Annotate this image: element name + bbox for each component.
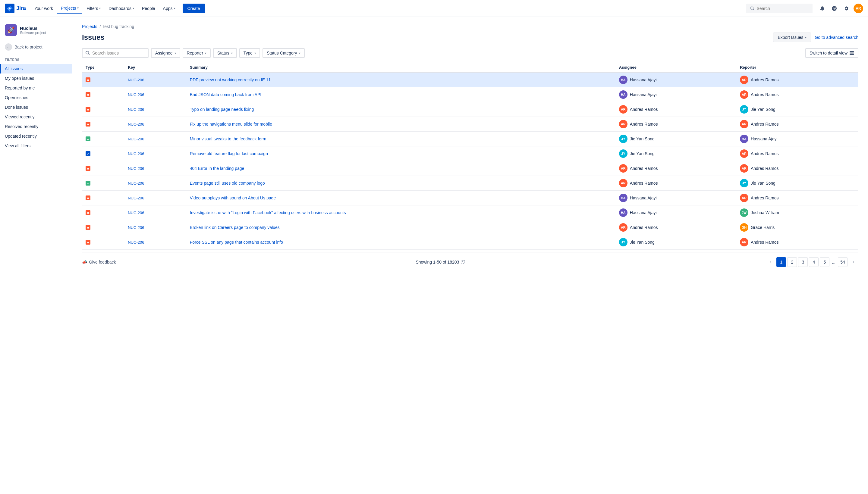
cell-summary[interactable]: PDF preview not working correctly on IE … [186,72,615,87]
cell-summary[interactable]: Broken link on Careers page to company v… [186,220,615,235]
cell-key[interactable]: NUC-206 [124,191,186,205]
cell-summary[interactable]: Minor visual tweaks to the feedback form [186,132,615,146]
assignee-name: Jie Yan Song [630,240,654,245]
notifications-button[interactable] [817,4,827,13]
cell-key[interactable]: NUC-206 [124,72,186,87]
sidebar-item-open-issues[interactable]: Open issues [0,93,72,102]
nav-icons: AR [817,4,863,13]
export-issues-button[interactable]: Export Issues ▾ [773,33,811,42]
table-row[interactable]: ■ NUC-206 404 Error in the landing page … [82,161,858,176]
search-input[interactable] [757,6,809,11]
global-search[interactable] [746,4,813,13]
table-row[interactable]: ▲ NUC-206 Events page still uses old com… [82,176,858,191]
cell-key[interactable]: NUC-206 [124,117,186,132]
cell-summary[interactable]: Remove old feature flag for last campaig… [186,146,615,161]
cell-summary[interactable]: Investigate issue with "Login with Faceb… [186,205,615,220]
search-issues-input[interactable] [92,51,145,55]
status-category-filter[interactable]: Status Category ▾ [262,48,304,58]
page-5-button[interactable]: 5 [820,257,829,267]
table-row[interactable]: ■ NUC-206 Investigate issue with "Login … [82,205,858,220]
filters-row: Assignee ▾ Reporter ▾ Status ▾ Type ▾ St… [82,48,858,58]
page-last-button[interactable]: 54 [838,257,848,267]
nav-your-work[interactable]: Your work [31,4,57,13]
table-row[interactable]: ■ NUC-206 Fix up the navigations menu sl… [82,117,858,132]
table-row[interactable]: ■ NUC-206 Typo on landing page needs fix… [82,102,858,117]
search-issues-box[interactable] [82,48,149,58]
nav-apps[interactable]: Apps ▾ [160,4,179,13]
cell-key[interactable]: NUC-206 [124,102,186,117]
cell-reporter: GH Grace Harris [736,220,858,235]
table-row[interactable]: ■ NUC-206 PDF preview not working correc… [82,72,858,87]
cell-summary[interactable]: Bad JSON data coming back from API [186,87,615,102]
detail-view-button[interactable]: Switch to detail view [805,48,858,58]
page-1-button[interactable]: 1 [776,257,786,267]
nav-dashboards[interactable]: Dashboards ▾ [105,4,138,13]
nav-people[interactable]: People [138,4,159,13]
cell-key[interactable]: NUC-206 [124,235,186,250]
table-row[interactable]: ▲ NUC-206 Minor visual tweaks to the fee… [82,132,858,146]
cell-assignee: HA Hassana Ajayi [615,205,736,220]
cell-key[interactable]: NUC-206 [124,220,186,235]
user-avatar[interactable]: AR [853,4,863,13]
project-name: Nucleus [20,25,46,31]
cell-type: ■ [82,87,124,102]
col-reporter: Reporter [736,63,858,72]
logo[interactable]: Jira [5,4,26,13]
status-filter[interactable]: Status ▾ [213,48,237,58]
back-to-project[interactable]: ← Back to project [0,41,72,53]
settings-button[interactable] [842,4,851,13]
breadcrumb-projects[interactable]: Projects [82,24,97,29]
cell-key[interactable]: NUC-206 [124,132,186,146]
table-row[interactable]: ■ NUC-206 Video autoplays with sound on … [82,191,858,205]
cell-summary[interactable]: Typo on landing page needs fixing [186,102,615,117]
assignee-filter-label: Assignee [155,51,173,55]
sidebar-item-all-issues[interactable]: All issues [0,64,72,74]
cell-summary[interactable]: 404 Error in the landing page [186,161,615,176]
nav-projects[interactable]: Projects ▾ [57,3,82,14]
cell-summary[interactable]: Video autoplays with sound on About Us p… [186,191,615,205]
advanced-search-link[interactable]: Go to advanced search [815,35,858,40]
help-button[interactable] [829,4,839,13]
sidebar-item-reported-by-me[interactable]: Reported by me [0,83,72,93]
cell-summary[interactable]: Force SSL on any page that contains acco… [186,235,615,250]
table-row[interactable]: ■ NUC-206 Bad JSON data coming back from… [82,87,858,102]
page-2-button[interactable]: 2 [787,257,797,267]
breadcrumb-separator: / [100,24,101,29]
give-feedback-button[interactable]: 📣 Give feedback [82,260,116,264]
cell-summary[interactable]: Events page still uses old company logo [186,176,615,191]
assignee-avatar: AR [619,179,627,187]
sidebar-item-resolved-recently[interactable]: Resolved recently [0,122,72,131]
table-row[interactable]: ■ NUC-206 Force SSL on any page that con… [82,235,858,250]
col-key: Key [124,63,186,72]
cell-key[interactable]: NUC-206 [124,87,186,102]
prev-page-button[interactable]: ‹ [765,257,775,267]
next-page-button[interactable]: › [849,257,858,267]
col-assignee: Assignee [615,63,736,72]
reporter-filter[interactable]: Reporter ▾ [183,48,211,58]
cell-type: ■ [82,117,124,132]
cell-key[interactable]: NUC-206 [124,146,186,161]
sidebar-item-done-issues[interactable]: Done issues [0,102,72,112]
nav-filters[interactable]: Filters ▾ [83,4,104,13]
cell-summary[interactable]: Fix up the navigations menu slide for mo… [186,117,615,132]
cell-type: ▲ [82,132,124,146]
assignee-avatar: JY [619,135,627,143]
page-4-button[interactable]: 4 [809,257,818,267]
sidebar-item-updated-recently[interactable]: Updated recently [0,131,72,141]
refresh-icon[interactable] [461,260,466,264]
assignee-filter[interactable]: Assignee ▾ [151,48,180,58]
cell-key[interactable]: NUC-206 [124,161,186,176]
cell-reporter: JY Jie Yan Song [736,102,858,117]
cell-key[interactable]: NUC-206 [124,176,186,191]
table-row[interactable]: ■ NUC-206 Broken link on Careers page to… [82,220,858,235]
page-3-button[interactable]: 3 [798,257,808,267]
sidebar-item-view-all-filters[interactable]: View all filters [0,141,72,151]
sidebar-item-my-open-issues[interactable]: My open issues [0,74,72,83]
type-filter[interactable]: Type ▾ [239,48,260,58]
detail-view-icon [849,51,854,55]
table-row[interactable]: ✓ NUC-206 Remove old feature flag for la… [82,146,858,161]
sidebar-item-viewed-recently[interactable]: Viewed recently [0,112,72,122]
cell-key[interactable]: NUC-206 [124,205,186,220]
create-button[interactable]: Create [183,4,205,13]
cell-type: ■ [82,72,124,87]
